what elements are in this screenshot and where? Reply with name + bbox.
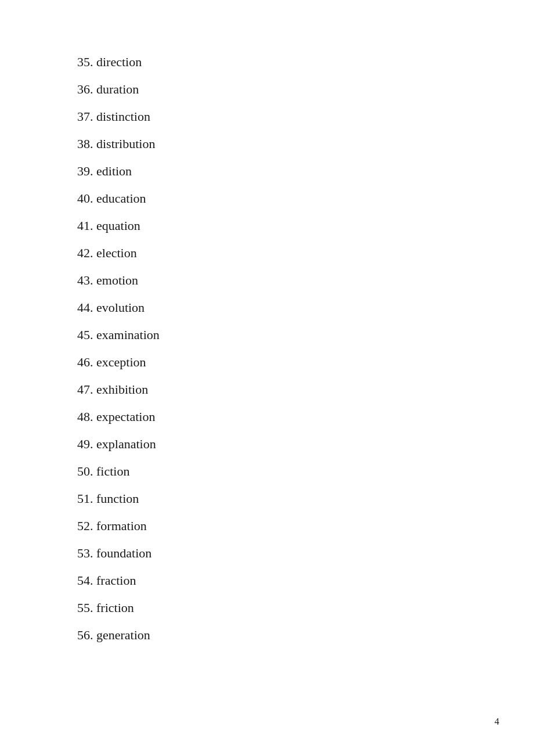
list-item: 54. fraction xyxy=(77,571,534,590)
list-item: 47. exhibition xyxy=(77,380,534,399)
page-number: 4 xyxy=(495,717,499,727)
page-container: 35. direction36. duration37. distinction… xyxy=(0,0,534,756)
list-item: 51. function xyxy=(77,489,534,508)
list-item: 44. evolution xyxy=(77,298,534,317)
list-item: 37. distinction xyxy=(77,107,534,126)
list-item: 45. examination xyxy=(77,325,534,344)
list-item: 48. expectation xyxy=(77,407,534,426)
list-item: 40. education xyxy=(77,189,534,208)
list-item: 52. formation xyxy=(77,516,534,535)
list-item: 43. emotion xyxy=(77,271,534,290)
list-item: 39. edition xyxy=(77,161,534,181)
word-list: 35. direction36. duration37. distinction… xyxy=(77,52,534,645)
list-item: 41. equation xyxy=(77,216,534,235)
list-item: 56. generation xyxy=(77,625,534,645)
list-item: 53. foundation xyxy=(77,543,534,563)
list-item: 50. fiction xyxy=(77,462,534,481)
list-item: 35. direction xyxy=(77,52,534,71)
list-item: 36. duration xyxy=(77,80,534,99)
list-item: 38. distribution xyxy=(77,134,534,153)
list-item: 49. explanation xyxy=(77,434,534,453)
list-item: 46. exception xyxy=(77,352,534,372)
list-item: 42. election xyxy=(77,243,534,262)
list-item: 55. friction xyxy=(77,598,534,617)
